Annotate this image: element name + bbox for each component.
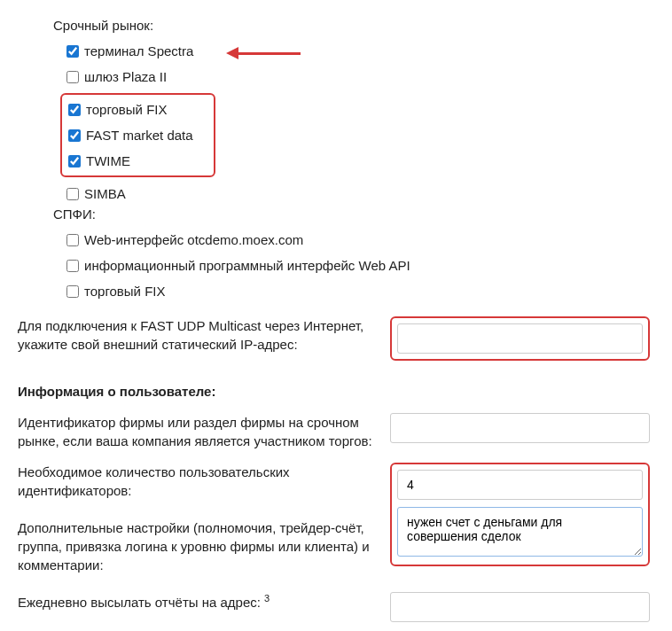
checkbox-row-spfi-fix: торговый FIX xyxy=(18,278,650,304)
checkbox-twime[interactable] xyxy=(68,155,81,167)
checkbox-webapi[interactable] xyxy=(66,260,79,272)
extra-settings-textarea[interactable] xyxy=(397,507,643,557)
spfi-title: СПФИ: xyxy=(53,206,650,222)
extra-settings-label: Дополнительные настройки (полномочия, тр… xyxy=(18,518,372,574)
checkbox-row-webapi: информационный программный интерфейс Web… xyxy=(18,253,650,278)
urgent-market-title: Срочный рынок: xyxy=(53,18,650,33)
checkbox-label-twime[interactable]: TWIME xyxy=(86,153,130,168)
checkbox-row-webui: Web-интерфейс otcdemo.moex.com xyxy=(18,227,650,253)
checkbox-webui[interactable] xyxy=(66,234,79,246)
highlight-box-ip xyxy=(390,316,650,361)
reports-label: Ежедневно высылать отчёты на адрес: 3 xyxy=(18,592,372,612)
checkbox-row-spectra: терминал Spectra xyxy=(18,38,650,64)
checkbox-label-fast[interactable]: FAST market data xyxy=(86,128,193,143)
checkbox-fix[interactable] xyxy=(68,104,81,116)
highlight-box-fix-group: торговый FIX FAST market data TWIME xyxy=(60,93,215,177)
checkbox-label-spectra[interactable]: терминал Spectra xyxy=(84,43,193,58)
fast-udp-label: Для подключения к FAST UDP Multicast чер… xyxy=(18,316,372,354)
checkbox-row-simba: SIMBA xyxy=(18,181,650,206)
checkbox-fast[interactable] xyxy=(68,129,81,142)
checkbox-row-fix: торговый FIX xyxy=(62,97,214,122)
reports-email-input[interactable] xyxy=(390,592,650,622)
checkbox-label-webapi[interactable]: информационный программный интерфейс Web… xyxy=(84,258,410,273)
checkbox-row-plaza: шлюз Plaza II xyxy=(18,64,650,90)
checkbox-spfi-fix[interactable] xyxy=(66,285,79,298)
highlight-box-count-extra xyxy=(390,463,650,566)
checkbox-spectra[interactable] xyxy=(66,45,79,58)
checkbox-label-plaza[interactable]: шлюз Plaza II xyxy=(84,69,167,84)
user-info-heading: Информация о пользователе: xyxy=(18,382,372,401)
checkbox-label-spfi-fix[interactable]: торговый FIX xyxy=(84,284,166,299)
checkbox-label-fix[interactable]: торговый FIX xyxy=(86,102,168,117)
checkbox-plaza[interactable] xyxy=(66,71,79,83)
checkbox-row-twime: TWIME xyxy=(62,148,214,174)
checkbox-label-webui[interactable]: Web-интерфейс otcdemo.moex.com xyxy=(84,232,303,247)
id-count-input[interactable] xyxy=(397,470,643,500)
id-count-label: Необходимое количество пользовательских … xyxy=(18,463,372,500)
checkbox-label-simba[interactable]: SIMBA xyxy=(84,186,126,201)
ip-address-input[interactable] xyxy=(397,323,643,354)
reports-footnote: 3 xyxy=(264,593,270,604)
firm-id-input[interactable] xyxy=(390,413,650,443)
checkbox-simba[interactable] xyxy=(66,188,79,200)
firm-id-label: Идентификатор фирмы или раздел фирмы на … xyxy=(18,413,372,450)
checkbox-row-fast: FAST market data xyxy=(62,122,214,148)
